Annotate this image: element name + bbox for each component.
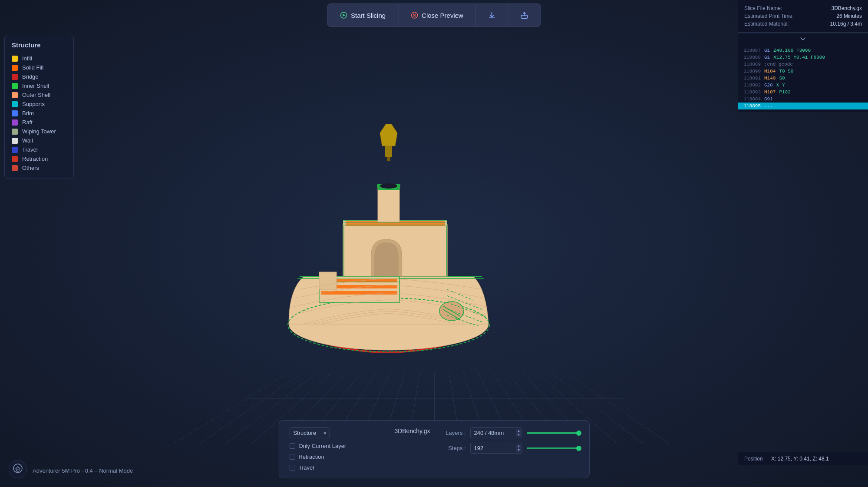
gcode-line-number: 118891 <box>742 76 761 81</box>
steps-down-arrow[interactable]: ▼ <box>516 448 521 452</box>
gcode-line: 118895... <box>738 103 868 109</box>
only-current-layer-label: Only Current Layer <box>298 443 346 449</box>
legend-label-inner-shell: Inner Shell <box>22 83 49 89</box>
gcode-line-number: 118888 <box>742 55 761 60</box>
steps-slider-track[interactable] <box>527 447 579 449</box>
only-current-layer-row: Only Current Layer <box>289 443 376 449</box>
upload-icon <box>521 11 528 19</box>
info-item-value: 3DBenchy.gx <box>832 5 862 11</box>
info-expand-button[interactable] <box>738 34 868 44</box>
legend-item-outer-shell: Outer Shell <box>12 90 66 99</box>
gcode-part-g: G1 <box>764 55 770 60</box>
info-item-label: Slice File Name: <box>744 5 782 11</box>
steps-up-arrow[interactable]: ▲ <box>516 444 521 448</box>
gcode-part-comment: ;end gcode <box>764 62 793 67</box>
svg-rect-1 <box>385 146 392 157</box>
info-item-value: 10.16g / 3.4m <box>830 21 862 27</box>
travel-label: Travel <box>298 464 314 471</box>
layers-down-arrow[interactable]: ▼ <box>516 433 521 437</box>
info-panel: Slice File Name:3DBenchy.gxEstimated Pri… <box>738 0 868 33</box>
legend-color-outer-shell <box>12 92 18 98</box>
gcode-part-g: G28 <box>764 83 773 88</box>
svg-rect-46 <box>17 469 19 471</box>
legend-item-solid-fill: Solid Fill <box>12 63 66 72</box>
legend-color-inner-shell <box>12 83 18 89</box>
legend-color-bridge <box>12 74 18 80</box>
close-preview-icon <box>410 11 418 19</box>
only-current-layer-checkbox[interactable] <box>289 443 295 449</box>
legend-color-retraction <box>12 156 18 162</box>
retraction-checkbox[interactable] <box>289 454 295 460</box>
gcode-line: 118887G1 Z48.100 F3000 <box>738 47 868 54</box>
gcode-part-param: Z48.100 F3000 <box>773 48 811 53</box>
legend-label-outer-shell: Outer Shell <box>22 92 50 98</box>
legend-label-solid-fill: Solid Fill <box>22 64 43 71</box>
gcode-part-m: M104 <box>764 69 776 74</box>
gcode-line-number: 118889 <box>742 62 761 67</box>
svg-marker-39 <box>343 14 345 17</box>
steps-slider-fill <box>527 447 579 449</box>
gcode-line-number: 118892 <box>742 83 761 88</box>
gcode-line-number: 118890 <box>742 69 761 74</box>
gcode-part-m: M107 <box>764 89 776 95</box>
legend-label-infill: Infill <box>22 55 32 62</box>
steps-slider-dot[interactable] <box>576 446 581 451</box>
home-button[interactable] <box>9 460 27 478</box>
layers-up-arrow[interactable]: ▲ <box>516 429 521 433</box>
legend-label-travel: Travel <box>22 146 38 153</box>
legend-item-travel: Travel <box>12 145 66 154</box>
gcode-part-param: P102 <box>779 89 790 95</box>
gcode-line-number: 118895 <box>742 103 761 109</box>
structure-dropdown[interactable]: Structure Line Type Speed Thickness <box>289 427 330 438</box>
legend-panel: Structure InfillSolid FillBridgeInner Sh… <box>4 35 74 179</box>
steps-input-wrap: ▲ ▼ <box>470 443 522 454</box>
gcode-line-number: 118887 <box>742 48 761 53</box>
layers-slider-track[interactable] <box>527 432 579 434</box>
legend-label-supports: Supports <box>22 101 45 107</box>
legend-label-wall: Wall <box>22 137 33 144</box>
info-item-label: Estimated Material: <box>744 21 789 27</box>
legend-items: InfillSolid FillBridgeInner ShellOuter S… <box>12 54 66 172</box>
legend-item-wall: Wall <box>12 136 66 145</box>
travel-checkbox[interactable] <box>289 465 295 470</box>
steps-stepper[interactable]: ▲ ▼ <box>516 444 521 452</box>
gcode-part-g: G91 <box>764 96 773 102</box>
legend-color-wall <box>12 138 18 144</box>
svg-rect-2 <box>387 157 390 161</box>
steps-row: Steps : ▲ ▼ <box>444 443 579 454</box>
layers-slider-dot[interactable] <box>576 431 581 436</box>
bottom-panel: Structure Line Type Speed Thickness ▼ On… <box>278 420 589 478</box>
gcode-part-m: M140 <box>764 76 776 81</box>
legend-item-brim: Brim <box>12 109 66 118</box>
mode-text: Adventurer 5M Pro - 0.4 – Normal Mode <box>33 467 133 474</box>
panel-right: Layers : ▲ ▼ Steps : ▲ ▼ <box>444 427 579 454</box>
home-icon <box>13 464 23 475</box>
position-value: X: 12.75, Y: 0.41, Z: 48.1 <box>771 456 829 462</box>
info-row: Estimated Print Time:26 Minutes <box>744 12 862 20</box>
layers-slider-fill <box>527 432 579 434</box>
legend-item-supports: Supports <box>12 99 66 109</box>
layers-label: Layers : <box>444 430 466 436</box>
mode-label: Adventurer 5M Pro - 0.4 – Normal Mode <box>33 467 133 474</box>
gcode-part-param: T0 S0 <box>779 69 793 74</box>
layers-stepper[interactable]: ▲ ▼ <box>516 429 521 437</box>
start-slicing-button[interactable]: Start Slicing <box>327 4 398 27</box>
structure-dropdown-wrap[interactable]: Structure Line Type Speed Thickness ▼ <box>289 427 330 438</box>
share-button[interactable] <box>508 4 541 27</box>
layers-input[interactable] <box>470 427 522 438</box>
close-preview-button[interactable]: Close Preview <box>398 4 476 27</box>
filename-text: 3DBenchy.gx <box>394 427 430 434</box>
legend-label-others: Others <box>22 165 39 171</box>
svg-rect-26 <box>378 185 399 222</box>
legend-color-wiping-tower <box>12 129 18 135</box>
download-button[interactable] <box>476 4 508 27</box>
legend-label-wiping-tower: Wiping Tower <box>22 128 56 135</box>
legend-item-others: Others <box>12 163 66 172</box>
retraction-label: Retraction <box>298 454 324 460</box>
gcode-line: 118890M104 T0 S0 <box>738 68 868 75</box>
info-row: Slice File Name:3DBenchy.gx <box>744 4 862 12</box>
travel-row: Travel <box>289 464 376 471</box>
steps-input[interactable] <box>470 443 522 454</box>
gcode-part-g: G1 <box>764 48 770 53</box>
gcode-panel: 118887G1 Z48.100 F3000 118888G1 X12.75 Y… <box>738 44 868 112</box>
